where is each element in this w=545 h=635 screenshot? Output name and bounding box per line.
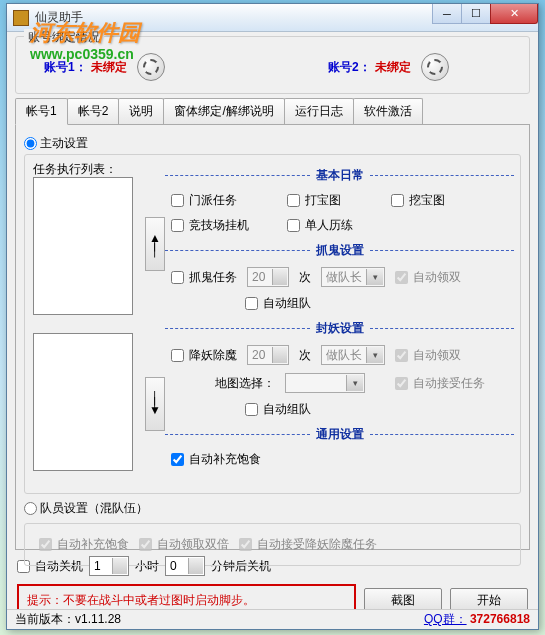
ghost-count[interactable]: 20 xyxy=(247,267,289,287)
ck-autofood[interactable]: 自动补充饱食 xyxy=(171,451,261,468)
tab-account2[interactable]: 帐号2 xyxy=(67,98,120,124)
active-radio-input[interactable] xyxy=(24,137,37,150)
ck-dabaotu[interactable]: 打宝图 xyxy=(287,192,341,209)
acc2-refresh-button[interactable] xyxy=(421,53,449,81)
acc1-status: 未绑定 xyxy=(91,59,127,76)
ck-menpai[interactable]: 门派任务 xyxy=(171,192,237,209)
qq-label[interactable]: QQ群： xyxy=(424,612,467,626)
move-up-button[interactable]: ▲││ xyxy=(145,217,165,271)
move-down-button[interactable]: ││▼ xyxy=(145,377,165,431)
tab-bind-help[interactable]: 窗体绑定/解绑说明 xyxy=(163,98,284,124)
ck-team-double: 自动领取双倍 xyxy=(139,536,229,553)
main-window: 仙灵助手 ─ ☐ ✕ 账号绑定情况 账号1： 未绑定 账号2： 未绑定 xyxy=(6,3,539,630)
ck-monster-autodbl: 自动领双 xyxy=(395,347,461,364)
tab-account1[interactable]: 帐号1 xyxy=(15,98,68,125)
active-radio[interactable]: 主动设置 xyxy=(24,135,88,152)
qq-number: 372766818 xyxy=(470,612,530,626)
ck-auto-accept: 自动接受任务 xyxy=(395,375,485,392)
monster-section-title: 封妖设置 xyxy=(310,320,370,337)
titlebar[interactable]: 仙灵助手 ─ ☐ ✕ xyxy=(7,4,538,32)
window-title: 仙灵助手 xyxy=(35,9,83,26)
close-button[interactable]: ✕ xyxy=(490,4,538,24)
acc1-refresh-button[interactable] xyxy=(137,53,165,81)
maximize-button[interactable]: ☐ xyxy=(461,4,491,24)
tab-panel: 主动设置 任务执行列表： ▲││ ││▼ 基本日常 门派任务 打宝图 xyxy=(15,125,530,550)
task-list-top[interactable] xyxy=(33,177,133,315)
acc1-label: 账号1： xyxy=(44,59,87,76)
binding-title: 账号绑定情况 xyxy=(24,29,104,46)
hours-input[interactable]: 1 xyxy=(89,556,129,576)
active-settings-frame: 任务执行列表： ▲││ ││▼ 基本日常 门派任务 打宝图 挖宝图 xyxy=(24,154,521,494)
ck-wabaotu[interactable]: 挖宝图 xyxy=(391,192,445,209)
ck-danren[interactable]: 单人历练 xyxy=(287,217,353,234)
team-radio-input[interactable] xyxy=(24,502,37,515)
tab-log[interactable]: 运行日志 xyxy=(284,98,354,124)
acc2-label: 账号2： xyxy=(328,59,371,76)
basic-section-title: 基本日常 xyxy=(310,167,370,184)
ck-team-food: 自动补充饱食 xyxy=(39,536,129,553)
minimize-button[interactable]: ─ xyxy=(432,4,462,24)
ck-monster-autoteam[interactable]: 自动组队 xyxy=(245,401,311,418)
ck-ghost-task[interactable]: 抓鬼任务 xyxy=(171,269,237,286)
map-combo[interactable] xyxy=(285,373,365,393)
ghost-section-title: 抓鬼设置 xyxy=(310,242,370,259)
tab-bar: 帐号1 帐号2 说明 窗体绑定/解绑说明 运行日志 软件激活 xyxy=(15,98,530,125)
map-label: 地图选择： xyxy=(215,375,275,392)
binding-group: 账号绑定情况 账号1： 未绑定 账号2： 未绑定 xyxy=(15,36,530,94)
app-icon xyxy=(13,10,29,26)
acc2-status: 未绑定 xyxy=(375,59,411,76)
monster-count[interactable]: 20 xyxy=(247,345,289,365)
version-label: 当前版本：v1.11.28 xyxy=(15,611,121,628)
task-list-label: 任务执行列表： xyxy=(33,161,117,178)
ghost-role-combo[interactable]: 做队长 xyxy=(321,267,385,287)
task-list-bottom[interactable] xyxy=(33,333,133,471)
ck-ghost-autoteam[interactable]: 自动组队 xyxy=(245,295,311,312)
ck-monster-task[interactable]: 降妖除魔 xyxy=(171,347,237,364)
statusbar: 当前版本：v1.11.28 QQ群： 372766818 xyxy=(7,609,538,629)
ghost-times-label: 次 xyxy=(299,269,311,286)
ck-team-accept: 自动接受降妖除魔任务 xyxy=(239,536,377,553)
mins-input[interactable]: 0 xyxy=(165,556,205,576)
team-radio[interactable]: 队员设置（混队伍） xyxy=(24,500,148,517)
monster-times-label: 次 xyxy=(299,347,311,364)
ck-jingji[interactable]: 竞技场挂机 xyxy=(171,217,249,234)
ck-ghost-autodbl: 自动领双 xyxy=(395,269,461,286)
monster-role-combo[interactable]: 做队长 xyxy=(321,345,385,365)
general-section-title: 通用设置 xyxy=(310,426,370,443)
tab-help[interactable]: 说明 xyxy=(118,98,164,124)
tab-activate[interactable]: 软件激活 xyxy=(353,98,423,124)
